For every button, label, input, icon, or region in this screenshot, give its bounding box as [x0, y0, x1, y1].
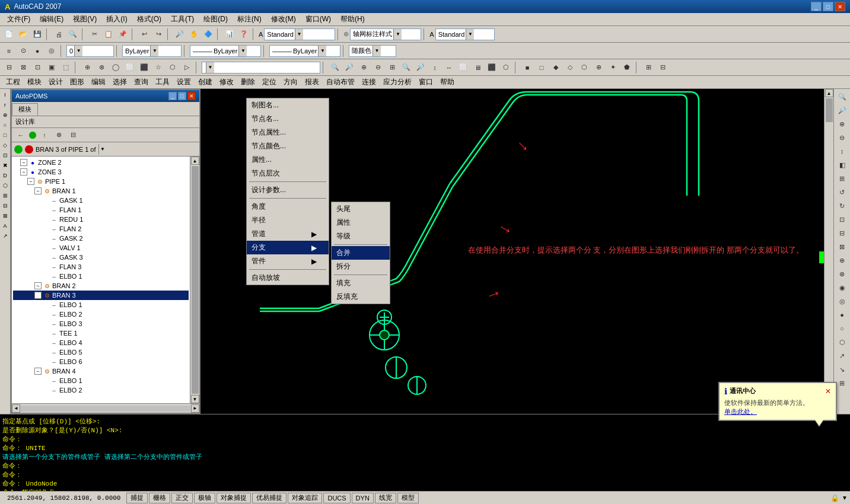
tb-draw6[interactable]: ⊕ — [81, 61, 94, 74]
appmenu-modify[interactable]: 修改 — [216, 76, 237, 88]
dyn-toggle[interactable]: DYN — [352, 493, 374, 503]
sm-headtail[interactable]: 头尾 — [332, 202, 390, 216]
sm-merge[interactable]: 合并 — [332, 246, 390, 260]
maximize-button[interactable]: □ — [823, 2, 833, 11]
dim-style-combo[interactable]: 轴网标注样式 ▼ — [350, 28, 421, 40]
color-combo[interactable]: ByLayer ▼ — [122, 45, 182, 57]
rt-btn2[interactable]: 🔎 — [836, 104, 849, 117]
tb-draw8[interactable]: ◯ — [109, 61, 122, 74]
tb-zoom7[interactable]: 🔎 — [414, 61, 427, 74]
panel-close-btn[interactable]: ✕ — [187, 92, 196, 100]
tb-layer-mgr[interactable]: ≡ — [2, 44, 15, 58]
tb-pan[interactable]: ✋ — [187, 28, 200, 41]
menu-edit[interactable]: 编辑(E) — [35, 13, 68, 25]
rt-btn6[interactable]: ◧ — [836, 158, 849, 171]
appmenu-design[interactable]: 设计 — [45, 76, 66, 88]
tree-node-elbo6b[interactable]: –ELBO 6 — [13, 357, 189, 366]
appmenu-autopipe[interactable]: 自动布管 — [323, 76, 358, 88]
ortho-toggle[interactable]: 正交 — [171, 493, 193, 503]
text-style-dropdown[interactable]: ▼ — [295, 29, 303, 40]
linetype-combo[interactable]: ——— ByLayer ▼ — [190, 45, 261, 57]
tb-save[interactable]: 💾 — [31, 28, 44, 41]
cm-node-attr[interactable]: 节点属性... — [247, 126, 329, 139]
tree-node-flan1[interactable]: –FLAN 1 — [13, 205, 189, 215]
tb-zoom11[interactable]: 🖥 — [471, 61, 484, 74]
layer-dropdown[interactable]: ▼ — [74, 46, 82, 56]
tb-zoom9[interactable]: ↔ — [442, 61, 456, 74]
polar-toggle[interactable]: 极轴 — [194, 493, 215, 503]
pt-btn4[interactable]: ⊕ — [52, 129, 65, 142]
menu-modify[interactable]: 修改(M) — [266, 13, 301, 25]
ls-btn5[interactable]: □ — [1, 130, 10, 140]
menu-format[interactable]: 格式(O) — [132, 13, 166, 25]
tree-node-elbo1b[interactable]: –ELBO 1 — [13, 300, 189, 310]
tb-3d6[interactable]: ⊕ — [592, 61, 605, 74]
appmenu-help[interactable]: 帮助 — [437, 76, 458, 88]
plotstyle-dropdown[interactable]: ▼ — [373, 46, 381, 56]
tb-draw10[interactable]: ⬛ — [138, 61, 151, 74]
context-menu[interactable]: 制图名... 节点名... 节点属性... 节点颜色... 属性... 节点层次… — [246, 98, 329, 285]
tb-draw2[interactable]: ⊠ — [17, 61, 30, 74]
tree-expand-bran3[interactable]: − — [34, 292, 42, 299]
tb-copy[interactable]: 📋 — [102, 28, 115, 41]
tree-vscrollbar[interactable]: ▲ ▼ — [190, 157, 199, 403]
tree-node-elbo2c[interactable]: –ELBO 2 — [13, 385, 189, 395]
text-style-combo[interactable]: Standard ▼ — [264, 28, 335, 40]
tb-3d1[interactable]: ■ — [521, 61, 534, 74]
rt-btn16[interactable]: ◎ — [836, 295, 849, 308]
cm-radius[interactable]: 半径 — [247, 213, 329, 227]
rt-btn22[interactable]: ⊞ — [836, 377, 849, 390]
tb-zoom6[interactable]: 🔍 — [400, 61, 413, 74]
sm-unfill[interactable]: 反填充 — [332, 290, 390, 304]
tb-zoom1[interactable]: 🔍 — [329, 61, 342, 74]
appmenu-create[interactable]: 创建 — [195, 76, 216, 88]
status-expand-btn[interactable]: ▼ — [842, 495, 848, 501]
tb-draw1[interactable]: ⊟ — [2, 61, 15, 74]
grid-toggle[interactable]: 栅格 — [149, 493, 170, 503]
panel-minimize-btn[interactable]: _ — [168, 92, 177, 100]
menu-help[interactable]: 帮助(H) — [336, 13, 370, 25]
rt-btn1[interactable]: 🔍 — [836, 90, 849, 103]
tb-zoom2[interactable]: 🔎 — [343, 61, 356, 74]
notif-close-btn[interactable]: ✕ — [825, 387, 831, 395]
tb-paste[interactable]: 📌 — [116, 28, 129, 41]
tree-node-elbo5b[interactable]: –ELBO 5 — [13, 347, 189, 357]
tb-zoom10[interactable]: ⬜ — [457, 61, 470, 74]
tree-node-elbo3b[interactable]: –ELBO 3 — [13, 319, 189, 328]
pt-btn1[interactable]: ← — [14, 129, 27, 142]
tb-draw11[interactable]: ☆ — [152, 61, 165, 74]
sm-fill[interactable]: 填充 — [332, 276, 390, 290]
appmenu-tools[interactable]: 工具 — [152, 76, 173, 88]
tree-node-elbo1c[interactable]: –ELBO 1 — [13, 376, 189, 385]
tree-node-bran3[interactable]: −⚙BRAN 3 — [13, 291, 189, 300]
tree-node-gask3[interactable]: –GASK 3 — [13, 253, 189, 262]
tb-undo[interactable]: ↩ — [138, 28, 151, 41]
tb-draw4[interactable]: ▣ — [45, 61, 58, 74]
tree-node-valv1[interactable]: –VALV 1 — [13, 243, 189, 253]
rt-btn10[interactable]: ⊡ — [836, 213, 849, 226]
tb-draw9[interactable]: ⬜ — [123, 61, 136, 74]
appmenu-project[interactable]: 工程 — [2, 76, 24, 88]
model-toggle[interactable]: 模型 — [397, 493, 419, 503]
tree-area[interactable]: −●ZONE 2−●ZONE 3−⚙PIPE 1−⚙BRAN 1–GASK 1–… — [12, 157, 190, 403]
tree-expand-bran1[interactable]: − — [34, 187, 42, 194]
ls-btn10[interactable]: ⬡ — [1, 181, 10, 190]
tree-node-bran1[interactable]: −⚙BRAN 1 — [13, 186, 189, 196]
appmenu-settings[interactable]: 设置 — [173, 76, 195, 88]
lineweight-dropdown[interactable]: ▼ — [318, 46, 326, 56]
appmenu-edit[interactable]: 编辑 — [88, 76, 109, 88]
tb-draw13[interactable]: ▷ — [180, 61, 193, 74]
menu-draw[interactable]: 绘图(D) — [199, 13, 233, 25]
ls-btn9[interactable]: D — [1, 171, 10, 180]
sm-grade[interactable]: 等级 — [332, 229, 390, 243]
drawing-vscrollbar[interactable]: ▲ ▼ — [824, 89, 833, 414]
ls-btn15[interactable]: ↗ — [1, 231, 10, 241]
rt-btn18[interactable]: ○ — [836, 322, 849, 335]
zoom-dropdown[interactable]: ▼ — [206, 62, 214, 73]
table-style-dropdown[interactable]: ▼ — [466, 29, 474, 40]
tree-expand-zone2[interactable]: − — [20, 159, 27, 166]
breadcrumb-dropdown[interactable]: ▼ — [98, 144, 107, 155]
cm-branch[interactable]: 分支▶ — [247, 241, 329, 254]
tb-3d[interactable]: 🔷 — [202, 28, 215, 41]
otrack-toggle[interactable]: 对象追踪 — [288, 493, 322, 503]
